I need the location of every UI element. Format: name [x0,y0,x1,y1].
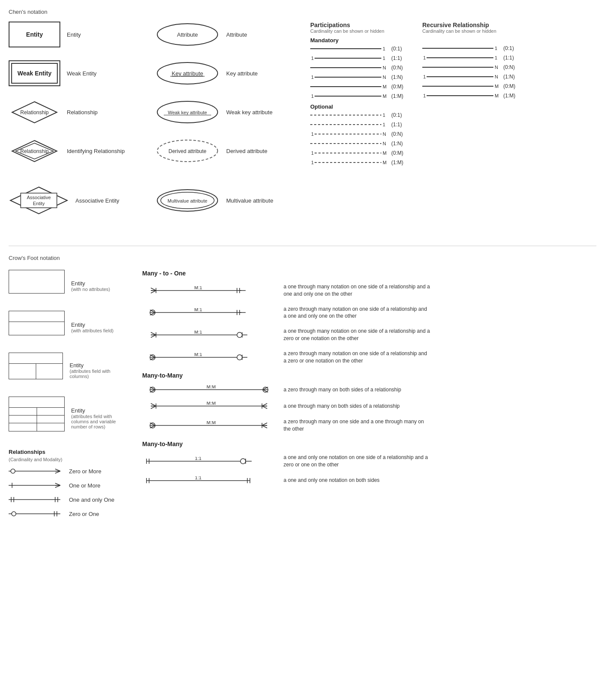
crows-entity-cols-label: Entity [69,362,129,369]
part-label-0M-o: (0:M) [391,150,409,156]
cf-desc-m1-2: a zero through many notation on one side… [284,306,430,320]
svg-text:M: M [383,94,387,99]
recursive-0N: N (0:N) [422,64,596,70]
rel-zero-one: Zero or One [9,510,129,518]
recursive-11: 1 1 (1:1) [422,55,596,61]
recursive-0M: M (0:M) [422,83,596,89]
part-label-0N-o: (0:N) [391,131,409,137]
svg-text:M:1: M:1 [194,286,202,290]
entity-label: Entity [67,31,81,38]
svg-text:1: 1 [311,75,314,80]
svg-text:1: 1 [423,93,426,98]
svg-text:Entity: Entity [33,201,45,206]
cf-mm-2: M:M a one through many on both sides of … [142,402,596,410]
recursive-subtitle: Cardinality can be shown or hidden [422,28,596,34]
crows-entity-attr-item: Entity (with attributes field) [9,311,129,344]
participations-section: Participations Cardinality can be shown … [310,22,422,228]
cf-m1-1: M:1 a one through many notation on one s… [142,283,596,298]
rel-one-only-label: One and only One [69,497,115,503]
svg-text:1: 1 [311,150,314,156]
assoc-entity-shape: Associative Entity [9,185,69,216]
crows-entity-cols-item: Entity (attributes field with columns) [9,353,129,388]
participations-subtitle: Cardinality can be shown or hidden [310,28,422,34]
many-to-one-title: Many - to - One [142,270,596,277]
cf-m1-4: M:1 a zero through many notation on one … [142,350,596,365]
relationships-title: Relationships [9,449,129,455]
cf-11-1: 1:1 a one and only one notation on one s… [142,454,596,469]
svg-text:1: 1 [383,112,385,118]
chens-main-content: Entity Entity Weak Entity Weak Entity Re… [9,22,596,228]
relationship-item: Relationship Relationship [9,99,155,125]
crows-entity-rows-shape [9,397,65,431]
part-label-1N-m: (1:N) [391,74,409,80]
part-label-01-m: (0:1) [391,46,409,52]
svg-text:1: 1 [383,46,385,51]
part-label-1M-o: (1:M) [391,159,409,166]
svg-line-135 [151,406,156,409]
id-relationship-shape: Relationship [9,138,60,164]
crows-entity-simple-shape [9,270,65,294]
recursive-1N: 1 N (1:N) [422,74,596,80]
id-relationship-label: Identifying Relationship [67,148,125,154]
optional-1M: 1 M (1:M) [310,159,422,166]
part-label-1N-o: (1:N) [391,141,409,147]
svg-line-107 [151,335,156,338]
svg-line-148 [262,423,267,425]
many-to-many-title: Many-to-Many [142,372,596,379]
entity-item: Entity Entity [9,22,155,47]
svg-text:1: 1 [423,55,426,60]
multivalue-attribute-shape: Multivalue attribute [155,188,220,213]
svg-text:N: N [383,65,386,70]
mandatory-0N: N (0:N) [310,65,422,71]
key-attribute-label: Key attribute [226,70,258,77]
svg-text:1: 1 [495,46,497,51]
key-attribute-shape: Key attribute [155,60,220,86]
mandatory-01: 1 (0:1) [310,46,422,52]
weak-entity-label: Weak Entity [67,70,97,77]
svg-text:1: 1 [311,94,314,99]
rec-label-0M: (0:M) [503,83,521,89]
attribute-shape: Attribute [155,22,220,47]
svg-text:M: M [495,84,499,89]
svg-text:1:1: 1:1 [195,457,201,461]
crows-entity-simple-sublabel: (with no attributes) [71,287,110,292]
svg-line-105 [151,332,156,335]
relationship-label: Relationship [67,109,98,116]
svg-line-89 [151,291,156,293]
svg-text:1: 1 [383,56,385,61]
cf-m1-3: M:1 a one through many notation on one s… [142,328,596,342]
rel-zero-more: Zero or More [9,467,129,475]
svg-text:N: N [383,141,386,146]
svg-point-110 [237,332,242,338]
weak-key-attribute-label: Weak key attribute [226,109,272,116]
cf-desc-mm-3: a zero through many on one side and a on… [284,418,430,433]
svg-text:Relationship: Relationship [20,148,49,154]
svg-text:Weak key attribute: Weak key attribute [168,110,207,115]
weak-key-attribute-shape: Weak key attribute [155,99,220,125]
svg-text:1: 1 [311,56,314,61]
svg-text:M:1: M:1 [194,308,202,312]
cf-desc-m1-1: a one through many notation on one side … [284,283,430,298]
assoc-entity-label: Associative Entity [75,197,119,204]
rel-zero-more-label: Zero or More [69,468,101,475]
svg-text:1: 1 [311,160,314,165]
svg-point-119 [237,355,242,360]
svg-point-156 [240,459,246,464]
svg-text:Derived attribute: Derived attribute [168,148,206,154]
entity-shape: Entity [9,22,60,47]
rel-one-only: One and only One [9,496,129,503]
cf-mm-1: M:M a zero through many on both sides of… [142,385,596,394]
recursive-header: Recursive Relationship Cardinality can b… [422,22,596,34]
svg-text:Key attribute: Key attribute [172,70,203,77]
cf-desc-11-1: a one and only one notation on one side … [284,454,430,469]
crows-entities-column: Entity (with no attributes) Entity (with… [9,270,129,524]
weak-entity-item: Weak Entity Weak Entity [9,60,155,86]
svg-text:M:1: M:1 [194,331,202,334]
id-relationship-item: Relationship Identifying Relationship [9,138,155,164]
svg-text:Associative: Associative [27,195,51,200]
svg-text:1: 1 [495,55,497,60]
rel-one-more-label: One or More [69,482,100,489]
cf-11-2: 1:1 a one and only one notation on both … [142,476,596,485]
svg-line-87 [151,288,156,291]
svg-text:N: N [495,74,498,79]
